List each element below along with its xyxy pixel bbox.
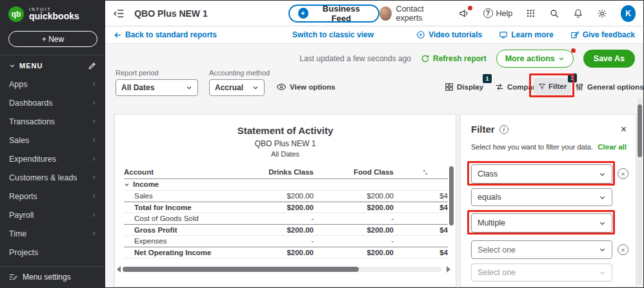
general-options-button[interactable]: General options bbox=[575, 79, 644, 95]
help-button[interactable]: ? Help bbox=[483, 8, 513, 18]
settings-button[interactable] bbox=[597, 8, 607, 19]
help-icon: ? bbox=[483, 8, 493, 18]
column-sort-control[interactable] bbox=[397, 168, 448, 176]
info-icon[interactable]: i bbox=[499, 125, 508, 134]
page-scrollbar[interactable] bbox=[638, 98, 642, 285]
accounting-method-label: Accounting method bbox=[209, 69, 270, 77]
report-period-select[interactable]: All Dates bbox=[116, 79, 198, 96]
sort-icon bbox=[422, 169, 428, 176]
table-row-sales[interactable]: Sales $200.00 $200.00 $4 bbox=[124, 191, 448, 202]
horizontal-scrollbar-thumb[interactable] bbox=[123, 267, 359, 272]
menu-settings[interactable]: Menu settings bbox=[1, 266, 105, 287]
chevron-down-icon bbox=[558, 55, 565, 62]
sidebar-item-payroll[interactable]: Payroll bbox=[1, 206, 105, 224]
report-period: All Dates bbox=[115, 150, 456, 158]
menu-section-toggle[interactable]: MENU bbox=[9, 62, 43, 70]
chevron-right-icon bbox=[91, 212, 97, 218]
table-row-gross-profit[interactable]: Gross Profit $200.00 $200.00 $4 bbox=[124, 224, 448, 236]
filter-description: Select how you want to filter your data. bbox=[471, 143, 593, 151]
content-area: Last updated a few seconds ago Refresh r… bbox=[105, 44, 643, 287]
notification-dot bbox=[468, 6, 472, 10]
menu-settings-label: Menu settings bbox=[23, 273, 71, 282]
table-vertical-scrollbar-thumb[interactable] bbox=[449, 166, 454, 226]
scroll-left-arrow[interactable] bbox=[117, 266, 121, 273]
chevron-right-icon bbox=[91, 81, 97, 87]
topbar-actions: Contact experts ? Help K bbox=[379, 5, 636, 23]
more-actions-button[interactable]: More actions bbox=[496, 50, 574, 68]
filter-value-select-disabled: Select one bbox=[471, 264, 612, 282]
links-bar: Back to standard reports Switch to class… bbox=[105, 26, 643, 44]
filter-funnel-icon bbox=[538, 82, 546, 90]
clear-all-link[interactable]: Clear all bbox=[598, 143, 627, 151]
announcements-button[interactable] bbox=[459, 8, 470, 19]
filter-mode-select[interactable]: Multiple bbox=[471, 213, 612, 233]
sidebar-item-customers-leads[interactable]: Customers & leads bbox=[1, 168, 105, 187]
accounting-method-control: Accounting method Accrual bbox=[209, 69, 270, 96]
filter-panel-title: Filter bbox=[471, 124, 495, 135]
notifications-button[interactable] bbox=[573, 8, 583, 19]
table-row-total-income[interactable]: Total for Income $200.00 $200.00 $4 bbox=[124, 202, 448, 213]
table-row-net-operating-income[interactable]: Net Operating Income $200.00 $200.00 $4 bbox=[124, 247, 448, 258]
refresh-report-link[interactable]: Refresh report bbox=[421, 54, 487, 63]
sidebar-item-sales[interactable]: Sales bbox=[1, 131, 105, 149]
chevron-right-icon bbox=[91, 137, 97, 143]
contact-experts-button[interactable]: Contact experts bbox=[379, 5, 445, 23]
page-scrollbar-thumb[interactable] bbox=[638, 104, 642, 157]
filter-value-select[interactable]: Select one bbox=[471, 240, 612, 259]
play-circle-icon bbox=[416, 30, 425, 39]
user-avatar[interactable]: K bbox=[621, 5, 636, 22]
save-as-button[interactable]: Save As bbox=[583, 50, 635, 68]
apps-grid-button[interactable] bbox=[526, 8, 536, 18]
sidebar-item-apps[interactable]: Apps bbox=[1, 75, 105, 93]
video-tutorials-link[interactable]: Video tutorials bbox=[416, 30, 482, 39]
search-icon bbox=[549, 8, 559, 19]
search-button[interactable] bbox=[549, 8, 559, 19]
sidebar-item-dashboards[interactable]: Dashboards bbox=[1, 93, 105, 112]
menu-settings-icon bbox=[8, 273, 17, 282]
table-row-expenses[interactable]: Expenses - - bbox=[124, 236, 448, 247]
column-header-food-class[interactable]: Food Class bbox=[317, 168, 397, 176]
chevron-right-icon bbox=[91, 193, 97, 199]
remove-filter-icon[interactable]: × bbox=[618, 244, 629, 255]
chevron-down-icon bbox=[186, 84, 192, 91]
give-feedback-link[interactable]: Give feedback bbox=[570, 30, 635, 39]
chevron-right-icon bbox=[91, 175, 97, 180]
sidebar-item-projects[interactable]: Projects bbox=[1, 243, 105, 262]
filter-panel: Filter i × Select how you want to filter… bbox=[460, 114, 636, 287]
filter-button[interactable]: Filter 1 bbox=[534, 78, 571, 95]
business-feed-button[interactable]: Business Feed bbox=[288, 5, 379, 23]
sidebar-collapse-icon[interactable] bbox=[113, 8, 125, 19]
last-updated-text: Last updated a few seconds ago bbox=[299, 54, 411, 63]
sidebar-item-time[interactable]: Time bbox=[1, 224, 105, 243]
display-button[interactable]: Display 1 bbox=[445, 79, 483, 95]
sidebar-item-expenditures[interactable]: Expenditures bbox=[1, 149, 105, 168]
app-window: qb INTUIT quickbooks + New MENU Apps Das… bbox=[0, 0, 644, 288]
close-icon[interactable]: × bbox=[621, 124, 627, 135]
report-title: Statement of Activity bbox=[115, 125, 456, 136]
compare-button[interactable]: Compare bbox=[495, 79, 539, 95]
back-to-standard-reports-link[interactable]: Back to standard reports bbox=[114, 30, 217, 39]
table-row-cogs[interactable]: Cost of Goods Sold - - bbox=[124, 213, 448, 225]
sidebar-item-transactions[interactable]: Transactions bbox=[1, 112, 105, 131]
table-row-income[interactable]: Income bbox=[124, 179, 448, 191]
filter-field-select[interactable]: Class bbox=[471, 164, 612, 184]
compare-icon bbox=[495, 82, 504, 91]
column-header-drinks-class[interactable]: Drinks Class bbox=[247, 168, 317, 176]
chevron-down-icon bbox=[599, 171, 606, 178]
scroll-right-arrow[interactable] bbox=[447, 266, 450, 273]
sidebar: qb INTUIT quickbooks + New MENU Apps Das… bbox=[1, 1, 105, 287]
chevron-down-icon bbox=[9, 62, 15, 69]
sidebar-item-reports[interactable]: Reports bbox=[1, 187, 105, 206]
view-options-button[interactable]: View options bbox=[276, 79, 336, 95]
collapse-row-icon[interactable] bbox=[124, 182, 130, 187]
switch-to-classic-view-link[interactable]: Switch to classic view bbox=[292, 30, 374, 39]
column-header-account[interactable]: Account bbox=[124, 168, 247, 176]
remove-filter-icon[interactable]: × bbox=[618, 168, 629, 179]
new-button[interactable]: + New bbox=[8, 31, 97, 47]
learn-more-link[interactable]: Learn more bbox=[499, 30, 553, 39]
horizontal-scrollbar[interactable] bbox=[123, 267, 441, 272]
filter-operator-select[interactable]: equals bbox=[471, 188, 612, 206]
edit-menu-pencil-icon[interactable] bbox=[88, 61, 97, 70]
gear-icon bbox=[597, 8, 607, 19]
accounting-method-select[interactable]: Accrual bbox=[209, 79, 265, 96]
